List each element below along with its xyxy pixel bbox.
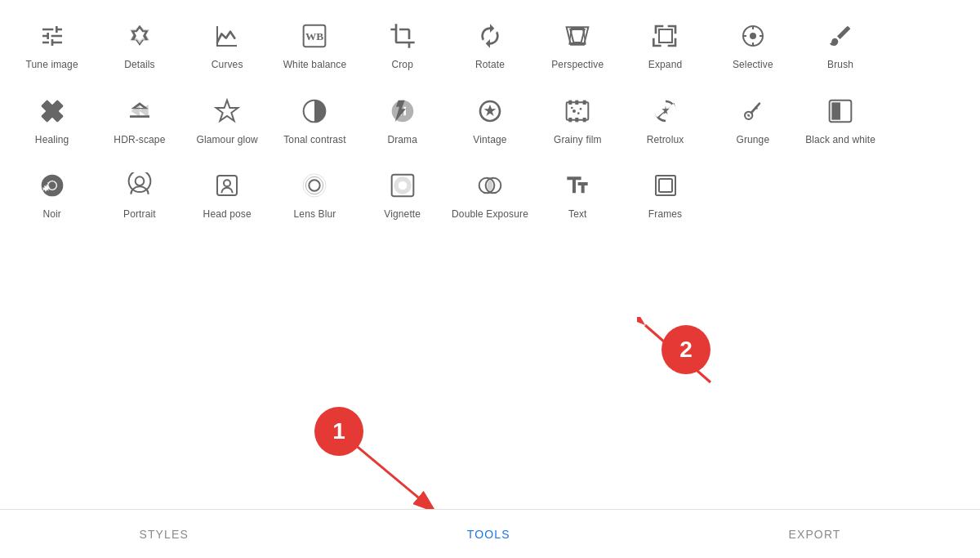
- tool-expand[interactable]: Expand: [621, 8, 709, 83]
- nav-styles[interactable]: STYLES: [106, 520, 220, 549]
- double-exposure-icon: [474, 169, 506, 202]
- tools-row-2: Healing HDR-scape Glamour glow Tonal con…: [0, 83, 980, 158]
- crop-icon: [386, 20, 419, 52]
- lens-blur-label: Lens Blur: [294, 208, 336, 221]
- tool-crop[interactable]: Crop: [359, 8, 446, 83]
- tool-brush[interactable]: Brush: [796, 8, 884, 83]
- svg-rect-32: [217, 176, 237, 195]
- tool-details[interactable]: Details: [96, 8, 183, 83]
- svg-point-21: [571, 106, 573, 109]
- rotate-label: Rotate: [475, 59, 505, 72]
- hdr-scape-icon: [123, 95, 156, 127]
- rotate-icon: [474, 20, 506, 52]
- tool-vintage[interactable]: Vintage: [446, 83, 533, 158]
- tool-noir[interactable]: Noir: [8, 158, 96, 233]
- svg-point-38: [396, 179, 409, 192]
- tune-image-label: Tune image: [26, 59, 78, 72]
- vignette-icon: [386, 169, 419, 202]
- tool-grainy-film[interactable]: Grainy film: [534, 83, 621, 158]
- nav-tools[interactable]: TOOLS: [434, 520, 543, 549]
- healing-label: Healing: [35, 134, 69, 147]
- tools-row-1: Tune image Details Curves WB White balan…: [0, 8, 980, 83]
- tool-retrolux[interactable]: Retrolux: [621, 83, 709, 158]
- perspective-icon: [561, 20, 594, 52]
- svg-point-4: [750, 33, 756, 39]
- tool-selective[interactable]: Selective: [709, 8, 796, 83]
- tool-head-pose[interactable]: Head pose: [184, 158, 271, 233]
- grunge-icon: [737, 95, 769, 127]
- tool-text[interactable]: Text: [534, 158, 621, 233]
- grainy-film-label: Grainy film: [554, 134, 602, 147]
- tool-black-and-white[interactable]: Black and white: [796, 83, 884, 158]
- bottom-nav: STYLES TOOLS EXPORT: [0, 509, 980, 558]
- hdr-scape-label: HDR-scape: [114, 134, 165, 147]
- svg-rect-16: [576, 118, 579, 122]
- tonal-contrast-label: Tonal contrast: [283, 134, 345, 147]
- text-icon: [561, 169, 594, 202]
- svg-point-34: [310, 181, 320, 191]
- row3-spacer2: [796, 158, 884, 233]
- svg-point-31: [129, 172, 151, 192]
- black-and-white-icon: [824, 95, 857, 127]
- grunge-label: Grunge: [736, 134, 769, 147]
- svg-point-18: [572, 109, 576, 113]
- perspective-label: Perspective: [551, 59, 604, 72]
- tool-double-exposure[interactable]: Double Exposure: [446, 158, 533, 233]
- expand-label: Expand: [648, 59, 682, 72]
- retrolux-icon: [649, 95, 682, 127]
- tool-perspective[interactable]: Perspective: [534, 8, 621, 83]
- annotation-circle-1: 1: [314, 407, 363, 456]
- crop-label: Crop: [391, 59, 413, 72]
- tool-glamour-glow[interactable]: Glamour glow: [184, 83, 271, 158]
- selective-label: Selective: [733, 59, 773, 72]
- noir-label: Noir: [42, 208, 60, 221]
- vignette-label: Vignette: [384, 208, 421, 221]
- portrait-label: Portrait: [123, 208, 156, 221]
- main-content: Tune image Details Curves WB White balan…: [0, 0, 980, 233]
- tool-frames[interactable]: Frames: [621, 158, 709, 233]
- row2-spacer: [884, 83, 972, 158]
- frames-icon: [649, 169, 682, 202]
- drama-icon: [386, 95, 419, 127]
- tool-tonal-contrast[interactable]: Tonal contrast: [271, 83, 359, 158]
- tools-row-3: Noir Portrait Head pose Lens Blur Vignet: [0, 158, 980, 233]
- white-balance-icon: WB: [298, 20, 331, 52]
- tool-tune-image[interactable]: Tune image: [8, 8, 96, 83]
- white-balance-label: White balance: [283, 59, 347, 72]
- tool-rotate[interactable]: Rotate: [446, 8, 533, 83]
- glamour-glow-label: Glamour glow: [196, 134, 257, 147]
- vintage-label: Vintage: [473, 134, 506, 147]
- tool-healing[interactable]: Healing: [8, 83, 96, 158]
- tune-image-icon: [36, 20, 69, 52]
- tool-vignette[interactable]: Vignette: [359, 158, 446, 233]
- svg-point-30: [136, 177, 145, 186]
- black-and-white-label: Black and white: [805, 134, 875, 147]
- head-pose-icon: [211, 169, 243, 202]
- nav-export[interactable]: EXPORT: [756, 520, 874, 549]
- tool-white-balance[interactable]: WB White balance: [271, 8, 359, 83]
- tonal-contrast-icon: [298, 95, 331, 127]
- tool-hdr-scape[interactable]: HDR-scape: [96, 83, 183, 158]
- vintage-icon: [474, 95, 506, 127]
- expand-icon: [649, 20, 682, 52]
- details-icon: [123, 20, 156, 52]
- portrait-icon: [123, 169, 156, 202]
- svg-rect-11: [567, 102, 589, 119]
- svg-rect-15: [569, 118, 572, 122]
- tool-drama[interactable]: Drama: [359, 83, 446, 158]
- tool-portrait[interactable]: Portrait: [96, 158, 183, 233]
- tool-lens-blur[interactable]: Lens Blur: [271, 158, 359, 233]
- svg-rect-42: [659, 179, 672, 192]
- frames-label: Frames: [648, 208, 682, 221]
- svg-rect-17: [583, 118, 586, 122]
- brush-label: Brush: [827, 59, 853, 72]
- tool-grunge[interactable]: Grunge: [709, 83, 796, 158]
- row3-spacer3: [884, 158, 972, 233]
- annotation-circle-2: 2: [662, 325, 710, 374]
- noir-icon: [36, 169, 69, 202]
- text-label: Text: [568, 208, 587, 221]
- svg-line-26: [746, 113, 751, 117]
- tool-curves[interactable]: Curves: [184, 8, 271, 83]
- row3-spacer: [709, 158, 796, 233]
- double-exposure-label: Double Exposure: [452, 208, 528, 221]
